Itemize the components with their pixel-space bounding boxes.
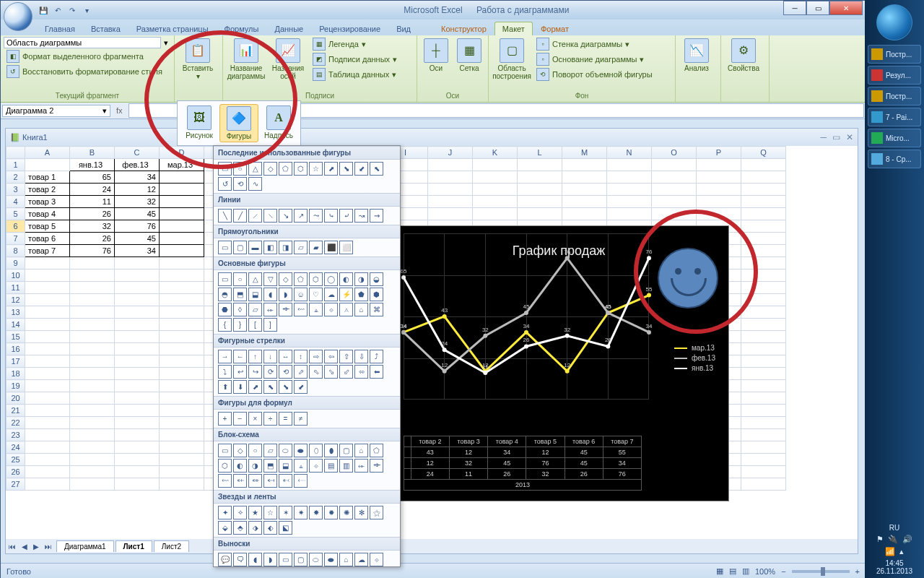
shape-item[interactable]: ⬡ (309, 272, 323, 286)
shape-item[interactable]: ⬬ (294, 444, 308, 457)
data-labels-button[interactable]: ◩Подписи данных ▾ (310, 52, 400, 66)
shape-item[interactable]: ⬡ (218, 459, 232, 473)
taskbar-item[interactable]: 8 - Ср... (868, 150, 921, 168)
shape-item[interactable]: ⬟ (354, 288, 368, 301)
shape-item[interactable]: ✶ (279, 506, 292, 519)
shape-item[interactable]: ⬉ (263, 380, 277, 394)
maximize-button[interactable]: ▭ (806, 1, 829, 15)
shape-item[interactable]: ⟲ (279, 365, 292, 379)
sheet-tab-sheet1[interactable]: Лист1 (116, 540, 152, 552)
view-pagebreak-icon[interactable]: ▥ (742, 566, 749, 576)
tab-design[interactable]: Конструктор (433, 22, 494, 35)
shape-item[interactable]: ⬲ (370, 459, 383, 473)
shape-item[interactable]: ⟳ (263, 365, 277, 379)
axis-titles-button[interactable]: 📈Названия осей (268, 37, 308, 82)
zoom-slider[interactable] (792, 570, 850, 573)
insert-button[interactable]: 📋Вставить▾ (178, 37, 218, 82)
shape-item[interactable]: ⬇ (233, 380, 247, 394)
tab-layout[interactable]: Макет (494, 22, 533, 35)
shape-item[interactable]: ↩ (233, 365, 247, 379)
shape-item[interactable]: ⟋ (248, 209, 262, 223)
insert-textbox-button[interactable]: AНадпись (260, 104, 297, 142)
shape-item[interactable]: ⬭ (279, 444, 292, 457)
shape-item[interactable]: ⤷ (324, 209, 338, 223)
shape-item[interactable]: ↘ (279, 209, 292, 223)
view-normal-icon[interactable]: ▦ (716, 566, 723, 576)
clock-time[interactable]: 14:45 (865, 559, 924, 567)
legend-button[interactable]: ▦Легенда ▾ (310, 37, 400, 51)
taskbar-item[interactable]: Micro... (868, 129, 921, 147)
shape-item[interactable]: ⬡ (294, 162, 308, 176)
shape-item[interactable]: ↔ (279, 350, 292, 363)
shape-item[interactable]: ⌂ (339, 553, 353, 566)
chart-object[interactable]: График продаж 34431234124555341232457645… (388, 225, 729, 501)
tab-review[interactable]: Рецензирование (311, 22, 388, 35)
taskbar-item[interactable]: Постр... (868, 87, 921, 105)
shape-item[interactable]: ⚝ (370, 506, 383, 519)
shape-item[interactable]: ▤ (324, 459, 338, 473)
shape-item[interactable]: ⬭ (309, 553, 323, 566)
sheet-tab-chart1[interactable]: Диаграмма1 (56, 540, 114, 552)
shape-item[interactable]: ◓ (218, 288, 232, 301)
shape-item[interactable]: ⬮ (324, 444, 338, 457)
shape-item[interactable]: ÷ (263, 412, 277, 426)
shape-item[interactable]: ⬰ (263, 303, 277, 316)
shape-item[interactable]: ⬂ (324, 365, 338, 379)
shape-item[interactable]: ⟍ (263, 209, 277, 223)
shape-item[interactable]: ╲ (218, 209, 232, 223)
shape-item[interactable]: ⬬ (324, 553, 338, 566)
shape-item[interactable]: ◑ (248, 459, 262, 473)
chart-element-selector[interactable] (4, 37, 161, 48)
tab-insert[interactable]: Вставка (83, 22, 128, 35)
office-button[interactable] (4, 2, 32, 31)
shape-item[interactable]: ▢ (339, 444, 353, 457)
shape-item[interactable]: ⬵ (248, 474, 262, 488)
shape-item[interactable]: } (233, 318, 247, 332)
shape-item[interactable]: ▽ (263, 272, 277, 286)
name-box[interactable]: Диаграмма 2▾ (2, 105, 110, 117)
shape-item[interactable]: ✻ (354, 506, 368, 519)
shape-item[interactable]: ⇩ (354, 350, 368, 363)
shape-item[interactable]: ⌂ (354, 303, 368, 316)
shape-item[interactable]: ⬈ (324, 162, 338, 176)
shape-item[interactable]: ◗ (279, 288, 292, 301)
shape-item[interactable]: ◨ (279, 241, 292, 254)
shape-item[interactable]: ⬙ (218, 521, 232, 535)
tab-page-layout[interactable]: Разметка страницы (128, 22, 217, 35)
shape-item[interactable]: ⬜ (339, 241, 353, 254)
shape-item[interactable]: ⬠ (294, 272, 308, 286)
shape-item[interactable]: 💬 (218, 553, 232, 566)
shape-item[interactable]: ◑ (354, 272, 368, 286)
shape-item[interactable]: ⬀ (294, 365, 308, 379)
tray-flag-icon[interactable]: ⚑ (876, 535, 884, 544)
shape-item[interactable]: ⬠ (370, 444, 383, 457)
shape-item[interactable]: ⬁ (309, 365, 323, 379)
shape-item[interactable]: ⬳ (218, 474, 232, 488)
sheet-tab-sheet2[interactable]: Лист2 (154, 540, 189, 552)
shape-item[interactable]: ← (233, 350, 247, 363)
wb-minimize[interactable]: ─ (820, 132, 827, 142)
shape-item[interactable]: ↺ (218, 177, 232, 191)
shape-item[interactable]: ▬ (248, 241, 262, 254)
chart-title-button[interactable]: 📊Название диаграммы (226, 37, 266, 82)
wb-close[interactable]: ✕ (846, 132, 853, 142)
shape-item[interactable]: × (248, 412, 262, 426)
format-selection-button[interactable]: ◧Формат выделенного фрагмента (4, 49, 147, 64)
close-button[interactable]: ✕ (829, 1, 863, 15)
shape-item[interactable]: ╱ (233, 209, 247, 223)
spreadsheet-grid[interactable]: ABCDEFGHIJKLMNOPQ1янв.13фев.13мар.132тов… (6, 146, 858, 536)
analysis-button[interactable]: 📉Анализ (679, 37, 715, 74)
shape-item[interactable]: ◇ (233, 444, 247, 457)
shape-item[interactable]: ▭ (218, 272, 232, 286)
axes-button[interactable]: ┼Оси (420, 37, 452, 74)
shape-item[interactable]: ○ (248, 444, 262, 457)
shape-item[interactable]: ⬘ (233, 521, 247, 535)
shape-item[interactable]: ⬢ (370, 288, 383, 301)
shape-item[interactable]: ⬯ (309, 444, 323, 457)
reset-style-button[interactable]: ↺Восстановить форматирование стиля (4, 64, 165, 79)
shape-item[interactable]: ◖ (263, 288, 277, 301)
shape-item[interactable]: ▭ (218, 241, 232, 254)
shape-item[interactable]: ✺ (339, 506, 353, 519)
insert-picture-button[interactable]: 🖼Рисунок (180, 104, 218, 142)
shape-item[interactable]: ○ (233, 272, 247, 286)
